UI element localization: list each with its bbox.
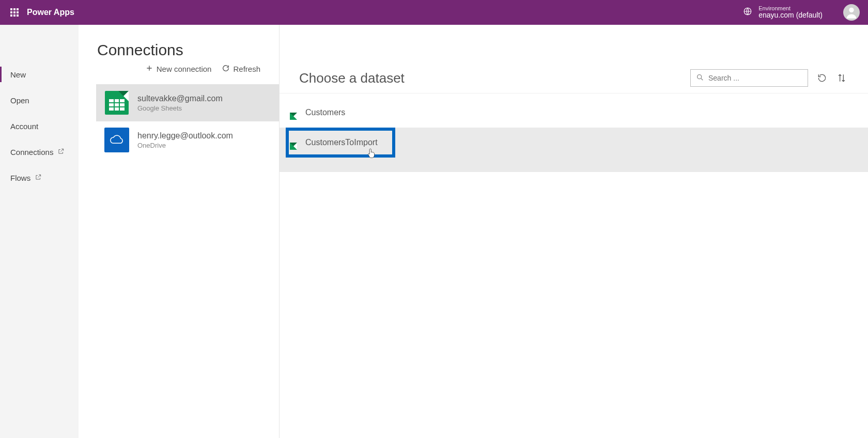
svg-point-1 [849,8,854,12]
connection-title: henry.legge@outlook.com [137,131,233,140]
connection-item-onedrive[interactable]: henry.legge@outlook.com OneDrive [96,121,279,159]
refresh-label: Refresh [233,65,260,73]
new-connection-button[interactable]: New connection [145,64,212,74]
connection-item-google-sheets[interactable]: sultevakke@gmail.com Google Sheets [96,84,279,121]
top-bar: Power Apps Environment enayu.com (defaul… [0,0,868,25]
connections-title: Connections [97,41,267,59]
plus-icon [145,64,153,74]
app-launcher-button[interactable] [4,0,25,25]
environment-switcher[interactable]: Environment enayu.com (default) [743,5,823,19]
external-link-icon [57,148,65,157]
dataset-refresh-button[interactable] [816,72,828,84]
dataset-label: Customers [305,108,345,117]
sidebar-item-label: Connections [10,148,53,157]
sidebar-item-label: Flows [10,174,30,182]
connection-subtitle: Google Sheets [137,104,223,112]
product-brand[interactable]: Power Apps [27,8,74,17]
connection-subtitle: OneDrive [137,142,233,149]
dataset-list: Customers CustomersToImport [280,93,868,162]
dataset-item-customers-to-import[interactable]: CustomersToImport [286,128,395,158]
dataset-item-customers[interactable]: Customers [286,98,862,128]
google-sheets-icon [104,90,129,115]
refresh-connections-button[interactable]: Refresh [222,64,260,74]
environment-icon [743,7,752,18]
sidebar-item-new[interactable]: New [0,61,79,87]
dataset-label: CustomersToImport [305,138,378,147]
dataset-title: Choose a dataset [299,70,405,86]
sidebar-item-label: Account [10,122,38,131]
connections-list: sultevakke@gmail.com Google Sheets henry… [96,84,279,159]
connection-title: sultevakke@gmail.com [137,94,223,103]
onedrive-icon [104,128,129,152]
connections-column: Connections New connection Refresh [79,25,279,438]
cursor-pointer-icon [367,148,376,159]
sidebar-item-connections[interactable]: Connections [0,139,79,165]
refresh-icon [222,64,230,74]
sidebar-item-account[interactable]: Account [0,113,79,139]
waffle-icon [10,8,19,17]
sidebar-item-label: Open [10,96,29,105]
left-sidebar: New Open Account Connections Flows [0,25,79,438]
user-avatar[interactable] [843,4,860,21]
environment-name: enayu.com (default) [758,11,823,19]
new-connection-label: New connection [157,65,212,73]
environment-label: Environment [758,5,823,11]
svg-point-2 [698,74,702,79]
sidebar-item-label: New [10,70,26,79]
sidebar-item-open[interactable]: Open [0,87,79,113]
search-icon [696,73,704,83]
dataset-column: Choose a dataset [279,25,868,438]
sidebar-item-flows[interactable]: Flows [0,165,79,191]
external-link-icon [35,174,42,182]
dataset-search-input[interactable] [708,74,802,82]
dataset-sort-button[interactable] [836,72,847,84]
dataset-search[interactable] [690,69,808,87]
